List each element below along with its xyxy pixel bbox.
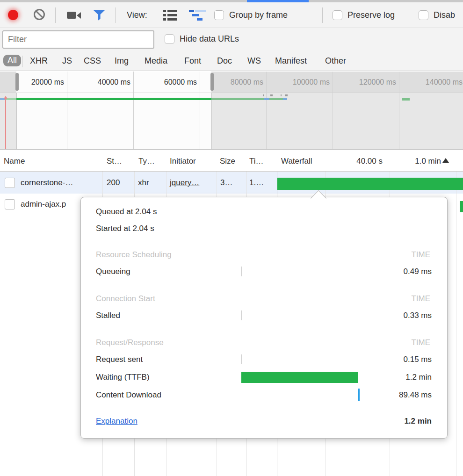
section-request-response: Request/Response TIME xyxy=(96,338,434,348)
tab-img[interactable]: Img xyxy=(115,56,129,66)
overview-mark xyxy=(263,94,264,96)
time-column-header: TIME xyxy=(411,250,430,260)
window-right-edge xyxy=(211,93,212,150)
hide-data-urls-label: Hide data URLs xyxy=(180,33,239,44)
row-checkbox[interactable] xyxy=(5,178,15,188)
timing-value: 1.2 min xyxy=(405,372,432,382)
tooltip-footer: Explanation 1.2 min xyxy=(96,416,434,426)
overview-activity-dim xyxy=(211,98,264,100)
filter-input[interactable] xyxy=(2,30,154,49)
header-initiator[interactable]: Initiator xyxy=(170,156,196,166)
overview-gridline xyxy=(133,72,134,150)
record-icon[interactable] xyxy=(8,10,18,20)
waterfall-gridline xyxy=(456,150,456,476)
started-at-text: Started at 2.04 s xyxy=(96,224,434,234)
section-connection-start: Connection Start TIME xyxy=(96,294,434,304)
section-resource-scheduling: Resource Scheduling TIME xyxy=(96,250,434,260)
waterfall-bar[interactable] xyxy=(460,201,463,212)
cell-status: 200 xyxy=(107,178,120,188)
header-type[interactable]: Ty… xyxy=(138,156,155,166)
timing-bar-tick xyxy=(241,354,242,364)
overview-activity-green xyxy=(16,98,211,100)
cell-time: 1.… xyxy=(249,178,264,188)
hide-data-urls-checkbox[interactable] xyxy=(165,34,174,44)
tab-other[interactable]: Other xyxy=(325,56,346,66)
timing-row-request-sent: Request sent 0.15 ms xyxy=(96,354,434,365)
view-label: View: xyxy=(127,9,147,21)
cell-size: 3… xyxy=(220,178,232,188)
group-by-frame-checkbox[interactable] xyxy=(214,10,224,20)
overview-mark xyxy=(281,94,282,96)
cell-initiator-link[interactable]: jquery… xyxy=(170,178,199,188)
tab-css[interactable]: CSS xyxy=(84,56,101,66)
overview-tick: 40000 ms xyxy=(82,76,130,89)
timing-bar-tick xyxy=(241,310,242,320)
overview-gridline xyxy=(266,72,267,150)
cell-type: xhr xyxy=(138,178,149,188)
disable-cache-checkbox[interactable] xyxy=(419,10,428,20)
toolbar-divider xyxy=(55,7,56,23)
tab-ws[interactable]: WS xyxy=(247,56,261,66)
filter-funnel-icon[interactable] xyxy=(93,10,105,21)
overview-mark xyxy=(270,94,273,96)
waiting-ttfb-bar xyxy=(241,372,358,383)
window-right-handle[interactable] xyxy=(210,73,214,91)
overview-strip-divider xyxy=(0,93,463,93)
screenshot-camera-icon[interactable] xyxy=(67,12,82,19)
cell-name[interactable]: admin-ajax.p xyxy=(21,199,66,209)
waterfall-tick-label: 1.0 min xyxy=(394,156,441,166)
type-filter-bar: All XHR JS CSS Img Media Font Doc WS Man… xyxy=(0,51,463,71)
explanation-link[interactable]: Explanation xyxy=(96,417,137,426)
sort-ascending-icon[interactable] xyxy=(442,158,449,163)
header-waterfall[interactable]: Waterfall xyxy=(281,156,312,166)
time-column-header: TIME xyxy=(411,338,430,348)
tab-all[interactable]: All xyxy=(3,55,21,66)
overview-tick: 100000 ms xyxy=(281,76,330,89)
header-name[interactable]: Name xyxy=(4,156,25,166)
overview-activity-dash xyxy=(402,98,410,101)
overview-gridline xyxy=(399,72,399,150)
tab-xhr[interactable]: XHR xyxy=(30,56,48,66)
timing-bar-tick xyxy=(241,267,242,276)
large-rows-icon[interactable] xyxy=(163,10,177,21)
header-status[interactable]: St… xyxy=(107,156,122,166)
overview-gridline xyxy=(200,72,200,150)
waterfall-bar[interactable] xyxy=(277,178,463,190)
clear-icon[interactable] xyxy=(34,9,45,20)
timing-row-content-download: Content Download 89.48 ms xyxy=(96,390,434,400)
timing-value: 0.33 ms xyxy=(404,310,432,321)
network-panel: View: Group by frame Preserve log Disab … xyxy=(0,0,463,476)
timing-row-stalled: Stalled 0.33 ms xyxy=(96,310,434,321)
tab-manifest[interactable]: Manifest xyxy=(275,56,307,66)
table-header: Name St… Ty… Initiator Size Ti… Waterfal… xyxy=(0,150,463,172)
cell-name[interactable]: cornerstone-… xyxy=(21,178,73,188)
disable-cache-label: Disab xyxy=(434,9,455,21)
tab-js[interactable]: JS xyxy=(62,56,72,66)
window-left-handle[interactable] xyxy=(15,73,19,91)
timing-value: 0.49 ms xyxy=(404,267,432,277)
header-time[interactable]: Ti… xyxy=(249,156,264,166)
overview-tick: 140000 ms xyxy=(414,76,463,89)
overview-tick: 60000 ms xyxy=(148,76,197,89)
timing-tooltip: Queued at 2.04 s Started at 2.04 s Resou… xyxy=(80,197,448,439)
tab-font[interactable]: Font xyxy=(184,56,201,66)
header-size[interactable]: Size xyxy=(220,156,235,166)
tab-media[interactable]: Media xyxy=(145,56,167,66)
toolbar-divider xyxy=(322,7,323,23)
tab-divider xyxy=(22,56,23,67)
filter-bar: Hide data URLs xyxy=(0,28,463,51)
overview-gridline xyxy=(333,72,333,150)
waterfall-tick-label: 40.00 s xyxy=(336,156,383,166)
tab-doc[interactable]: Doc xyxy=(217,56,232,66)
network-toolbar: View: Group by frame Preserve log Disab xyxy=(0,2,463,28)
time-column-header: TIME xyxy=(411,294,430,304)
timing-row-queueing: Queueing 0.49 ms xyxy=(96,267,434,277)
timing-value: 89.48 ms xyxy=(399,390,432,400)
queued-at-text: Queued at 2.04 s xyxy=(96,207,434,217)
preserve-log-checkbox[interactable] xyxy=(333,10,342,20)
row-checkbox[interactable] xyxy=(5,199,15,209)
content-download-tick xyxy=(358,389,360,401)
timeline-overview[interactable]: 20000 ms 40000 ms 60000 ms 80000 ms 1000… xyxy=(0,72,463,150)
overview-tick: 20000 ms xyxy=(15,76,64,89)
waterfall-view-icon[interactable] xyxy=(189,10,206,21)
